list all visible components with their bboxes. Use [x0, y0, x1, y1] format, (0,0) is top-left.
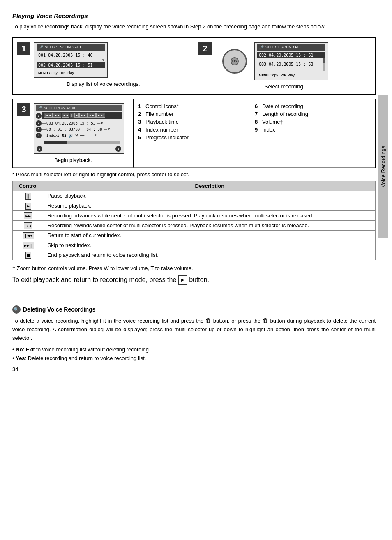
step-2-file-list: 002 04.20.2005 15 : 51 003 04.20.2005 15…	[257, 52, 325, 71]
table-row-stop: ■ End playback and return to voice recor…	[13, 250, 376, 260]
exit-button-icon: ►	[178, 275, 187, 285]
playback-controls-row: |◄◄ ◄◄ ◄◄ ‖ ■ ►► ►► ►►|	[42, 112, 122, 119]
info-label-6: Date of recording	[262, 103, 303, 109]
btn-fwd[interactable]: ►►	[79, 113, 88, 118]
exit-text-before: To exit playback and return to recording…	[12, 276, 176, 283]
ref-6: — 6	[97, 121, 103, 125]
scrollbar	[323, 58, 325, 71]
playback-title-label: AUDIO PLAYBACK	[44, 106, 76, 110]
step2-file-002: 002 04.20.2005 15 : 51	[257, 52, 325, 58]
progress-bar	[44, 141, 120, 144]
info-label-7: Length of recording	[262, 111, 308, 117]
scroll-arrow-down: ▼	[37, 58, 105, 62]
mic-icon: 🎤	[38, 45, 43, 50]
table-row-pause: ‖ Pause playback.	[13, 191, 376, 201]
page-number: 34	[12, 366, 376, 372]
step2-file-003: 003 04.20.2005 15 : 53	[257, 61, 315, 67]
info-item-5: 5 Progress indicator	[138, 134, 254, 141]
desc-resume: Resume playback.	[44, 201, 375, 210]
ref-8: — 8	[90, 134, 97, 137]
intro-text: To play voice recordings back, display t…	[12, 23, 376, 31]
info-label-5: Progress indicator	[145, 134, 189, 141]
table-row-fwd: ►► Recording advances while center of mu…	[13, 210, 376, 220]
ctrl-rwd: ◄◄	[13, 220, 44, 230]
info-col-left: 1 Control icons* 2 File number 3 Playbac…	[138, 103, 254, 142]
step-3-caption: Begin playback.	[17, 157, 129, 163]
info-num-2: 2	[138, 111, 144, 117]
step-1-file-list: 001 04.20.2005 15 : 46 ▼ 002 04.20.2005 …	[37, 52, 105, 68]
info-label-8: Volume†	[262, 119, 283, 125]
step-2-screen: 🎤 SELECT SOUND FILE 002 04.20.2005 15 : …	[254, 42, 328, 80]
info-num-9: 9	[255, 127, 261, 133]
step-1-controls: MENU Copy OK Play	[37, 70, 105, 76]
step-2-number: 2	[198, 42, 212, 55]
btn-rewind2[interactable]: ◄◄	[62, 113, 70, 118]
ctrl-prev-idx: |◄◄	[13, 230, 44, 240]
desc-rwd: Recording rewinds while center of multi …	[44, 220, 375, 230]
exit-text-after: button.	[189, 276, 209, 283]
step-2-camera-area: OK	[218, 45, 251, 78]
step-2-cell: 2 OK 🎤 SELECT SOUND FILE	[194, 38, 375, 94]
sidebar-label: Voice Recordings	[378, 95, 388, 238]
info-label-3: Playback time	[145, 119, 179, 125]
index-row: Index: 02 🔊 W ── T	[46, 134, 89, 138]
annotation-4: 4	[36, 133, 42, 138]
ok-play-label: OK Play	[61, 71, 74, 75]
info-columns: 1 Control icons* 2 File number 3 Playbac…	[138, 103, 371, 142]
ctrl-resume: ►	[13, 201, 44, 210]
table-header-description: Description	[44, 181, 375, 191]
step-1-screen-title: SELECT SOUND FILE	[45, 45, 82, 49]
step-2-caption: Select recording.	[198, 83, 371, 90]
bullet-list: No: Exit to voice recording list without…	[12, 346, 376, 363]
info-num-4: 4	[138, 127, 144, 133]
scrollbar-thumb	[323, 58, 325, 63]
info-item-1: 1 Control icons*	[138, 103, 254, 109]
menu-copy-label: MENU Copy	[38, 71, 58, 75]
info-item-8: 8 Volume†	[255, 119, 371, 125]
info-item-7: 7 Length of recording	[255, 111, 371, 117]
btn-fwd2[interactable]: ►►	[88, 113, 96, 118]
control-table: Control Description ‖ Pause playback. ► …	[12, 181, 376, 260]
info-item-3: 3 Playback time	[138, 119, 254, 125]
btn-pause[interactable]: ‖	[70, 113, 74, 118]
bullet-yes: Yes: Delete recording and return to voic…	[12, 354, 376, 363]
footnote-dagger: † Zoom button controls volume. Press W t…	[12, 265, 376, 271]
step-1-screen: 🎤 SELECT SOUND FILE 001 04.20.2005 15 : …	[34, 42, 108, 78]
btn-stop[interactable]: ■	[74, 113, 78, 118]
table-row-resume: ► Resume playback.	[13, 201, 376, 210]
info-item-6: 6 Date of recording	[255, 103, 371, 109]
annotation-9-label: 9	[115, 146, 121, 152]
step-2-screen-title: SELECT SOUND FILE	[265, 45, 303, 49]
info-label-4: Index number	[145, 127, 178, 133]
step-1-caption: Display list of voice recordings.	[17, 81, 189, 87]
bullet-no: No: Exit to voice recording list without…	[12, 346, 376, 354]
time-row: 00 : 01 : 03/00 : 04 : 38	[46, 127, 102, 132]
annotation-1: 1	[36, 113, 42, 119]
annotation-3: 3	[36, 127, 42, 132]
info-panel: 1 Control icons* 2 File number 3 Playbac…	[134, 99, 375, 168]
delete-title-label: Deleting Voice Recordings	[23, 306, 95, 313]
delete-icon: 🔍	[12, 305, 21, 314]
table-row-prev-idx: |◄◄ Return to start of current index.	[13, 230, 376, 240]
btn-next-index[interactable]: ►►|	[96, 113, 105, 118]
row-arrow-2: —	[42, 121, 46, 125]
info-item-9: 9 Index	[255, 127, 371, 133]
btn-prev-index[interactable]: |◄◄	[44, 113, 53, 118]
btn-rewind[interactable]: ◄◄	[53, 113, 61, 118]
footnote-star: * Press multi selector left or right to …	[12, 171, 376, 178]
info-num-6: 6	[255, 103, 261, 109]
info-label-2: File number	[145, 111, 174, 117]
step-2-controls: MENU Copy OK Play	[257, 72, 325, 78]
row-arrow-3: —	[42, 127, 46, 131]
desc-stop: End playback and return to voice recordi…	[44, 250, 375, 260]
delete-section-title: 🔍 Deleting Voice Recordings	[12, 305, 376, 314]
ok-button: OK	[231, 57, 239, 65]
ref-7: — 7	[104, 127, 110, 131]
info-label-9: Index	[262, 127, 275, 133]
step-1-cell: 1 🎤 SELECT SOUND FILE 001 04.20.2005 15 …	[13, 38, 194, 94]
table-header-control: Control	[13, 181, 44, 191]
info-label-1: Control icons*	[145, 103, 179, 109]
table-row-next-idx: ►►| Skip to next index.	[13, 240, 376, 250]
ctrl-stop: ■	[13, 250, 44, 260]
mic-icon-3: 🎤	[37, 106, 42, 110]
